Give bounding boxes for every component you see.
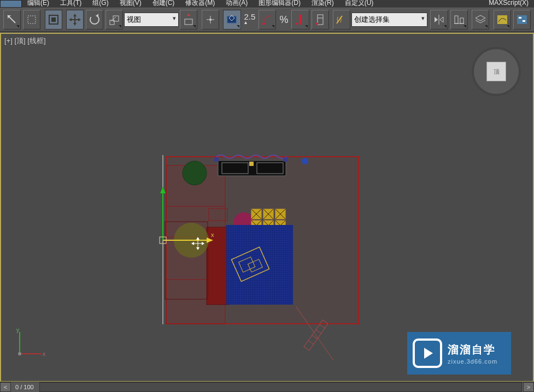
ref-coord-system-dropdown[interactable]: 视图 (124, 13, 179, 27)
svg-marker-37 (476, 15, 485, 21)
select-and-rotate-button[interactable] (86, 10, 103, 29)
svg-rect-57 (249, 162, 254, 166)
named-selection-dropdown[interactable]: 创建选择集 (351, 13, 427, 27)
named-selection-edit-button[interactable]: { } (333, 10, 350, 29)
spinner-snap-button[interactable] (312, 10, 329, 29)
menu-edit[interactable]: 编辑(E) (22, 0, 55, 8)
svg-rect-26 (318, 15, 323, 25)
svg-marker-9 (69, 18, 72, 21)
axis-tripod: x y (13, 328, 46, 360)
svg-point-11 (90, 15, 99, 24)
viewport[interactable]: [+] [顶] [线框] 顶 (0, 33, 534, 382)
svg-line-96 (316, 330, 321, 334)
select-region-button[interactable] (23, 10, 40, 29)
time-scroll-left[interactable]: < (0, 382, 11, 392)
layer-manager-button[interactable] (472, 10, 489, 29)
app-button[interactable] (0, 0, 22, 8)
svg-rect-28 (315, 23, 318, 25)
menu-view[interactable]: 视图(V) (114, 0, 147, 8)
watermark: 溜溜自学 zixue.3d66.com (407, 332, 511, 375)
pivot-icon (183, 14, 195, 26)
svg-point-59 (302, 158, 308, 164)
percent-snap-label: % (277, 16, 290, 23)
menu-modifiers[interactable]: 修改器(M) (180, 0, 220, 8)
angle-snap-icon (261, 14, 273, 26)
menu-tools[interactable]: 工具(T) (55, 0, 87, 8)
rotate-icon (89, 14, 101, 26)
svg-marker-10 (78, 18, 81, 21)
mirror-icon (433, 14, 445, 26)
use-pivot-center-button[interactable] (180, 10, 197, 29)
svg-marker-33 (440, 17, 443, 22)
svg-rect-34 (455, 16, 458, 23)
snap-toggle-button[interactable] (223, 10, 240, 29)
scene-canvas: x (1, 34, 533, 381)
named-selection-icon: { } (336, 14, 348, 26)
menu-render[interactable]: 渲染(R) (306, 0, 339, 8)
watermark-play-icon (413, 338, 442, 368)
layers-icon (474, 14, 486, 26)
svg-rect-56 (214, 157, 219, 162)
time-slider-bar: < 0 / 100 > (0, 382, 534, 392)
svg-rect-23 (262, 23, 265, 25)
svg-marker-101 (160, 187, 166, 193)
time-scroll-right[interactable]: > (523, 382, 534, 392)
svg-rect-40 (519, 17, 521, 19)
rectangle-select-icon (26, 14, 38, 26)
svg-rect-35 (460, 18, 463, 23)
select-and-manipulate-button[interactable] (202, 10, 219, 29)
menu-maxscript[interactable]: MAXScript(X) (483, 0, 534, 8)
watermark-title: 溜溜自学 (448, 342, 497, 357)
menu-group[interactable]: 组(G) (87, 0, 114, 8)
svg-marker-17 (187, 14, 190, 16)
select-and-move-button[interactable] (66, 10, 84, 29)
move-icon (69, 14, 81, 26)
svg-rect-13 (110, 20, 114, 25)
svg-marker-32 (435, 17, 438, 22)
snap-3d-icon (226, 14, 238, 26)
svg-text:y: y (16, 328, 19, 333)
align-icon (453, 14, 465, 26)
select-link-icon (6, 14, 18, 26)
select-and-scale-button[interactable] (105, 10, 123, 29)
svg-point-51 (183, 161, 207, 185)
angle-snap-readout: 2.5 ▴ (242, 14, 258, 26)
time-slider-track[interactable] (39, 382, 522, 392)
menu-animation[interactable]: 动画(A) (220, 0, 253, 8)
svg-rect-2 (28, 16, 36, 23)
curve-editor-button[interactable] (494, 10, 511, 29)
menu-create[interactable]: 创建(C) (147, 0, 180, 8)
percent-snap-button[interactable] (291, 10, 309, 29)
manipulate-icon (204, 14, 216, 26)
schematic-view-button[interactable] (513, 10, 531, 29)
svg-rect-58 (283, 157, 287, 162)
curve-editor-icon (496, 14, 508, 26)
svg-point-20 (209, 19, 212, 21)
svg-line-98 (308, 341, 314, 345)
svg-rect-16 (185, 19, 192, 25)
svg-line-95 (320, 324, 325, 328)
svg-rect-25 (295, 23, 298, 25)
ref-coord-system-value: 视图 (127, 15, 141, 25)
svg-rect-41 (523, 20, 525, 22)
svg-rect-4 (51, 17, 56, 22)
named-selection-value: 创建选择集 (354, 15, 390, 25)
percent-snap-icon (294, 14, 306, 26)
window-crossing-icon (48, 14, 60, 26)
angle-snap-button[interactable] (259, 10, 276, 29)
select-object-button[interactable] (45, 10, 62, 29)
svg-point-113 (18, 352, 21, 355)
svg-rect-24 (299, 15, 301, 25)
select-link-button[interactable] (3, 10, 21, 29)
align-button[interactable] (450, 10, 468, 29)
menu-grapheditors[interactable]: 图形编辑器(D) (253, 0, 306, 8)
menu-customize[interactable]: 自定义(U) (339, 0, 379, 8)
gizmo-x-label: x (211, 231, 214, 238)
svg-rect-21 (227, 16, 236, 23)
menu-bar: 编辑(E) 工具(T) 组(G) 视图(V) 创建(C) 修改器(M) 动画(A… (0, 0, 534, 8)
mirror-button[interactable] (430, 10, 448, 29)
schematic-icon (516, 14, 528, 26)
svg-rect-89 (226, 225, 293, 305)
svg-text:x: x (43, 351, 45, 357)
svg-rect-48 (207, 227, 230, 305)
